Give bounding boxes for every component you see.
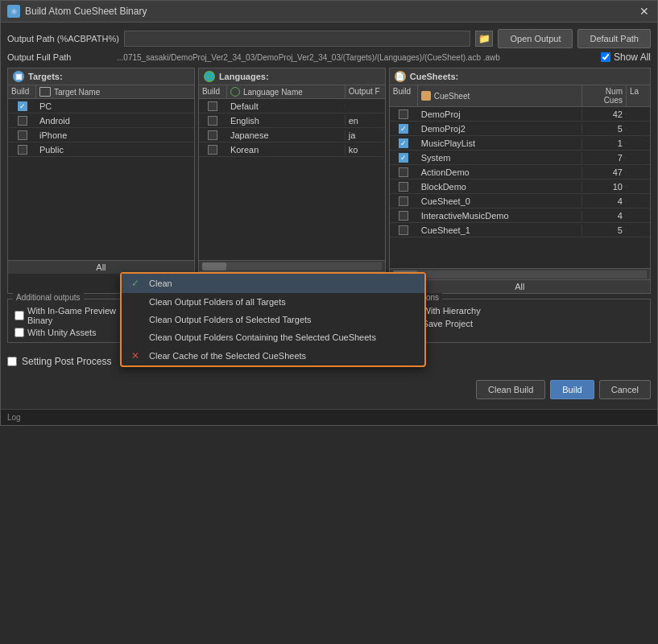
lang-build-checkbox-2[interactable]	[208, 130, 217, 140]
languages-icon: 🌐	[204, 71, 215, 82]
setting-post-process-checkbox[interactable]	[7, 357, 17, 366]
target-build-checkbox-1[interactable]	[18, 116, 27, 126]
cuesheets-table-body: DemoProj 42 DemoProj2 5 MusicPlayList 1	[390, 107, 650, 268]
output-full-path-row: Output Full Path ...0715_sasaki/DemoProj…	[7, 52, 651, 63]
action-buttons-row: ✓ Clean Clean Output Folders of all Targ…	[7, 377, 651, 402]
table-row: Default	[199, 99, 385, 114]
cue-build-checkbox-2[interactable]	[399, 138, 408, 148]
targets-col-name: Target Name	[36, 85, 194, 98]
cue-la-4	[626, 171, 650, 173]
cue-build-checkbox-5[interactable]	[399, 182, 408, 192]
lang-build-checkbox-1[interactable]	[208, 116, 217, 126]
tables-container: ▣ Targets: Build Target Name PC	[7, 68, 651, 294]
target-build-checkbox-2[interactable]	[18, 130, 27, 140]
dropdown-label-3: Clean Output Folders Containing the Sele…	[149, 332, 376, 342]
targets-title: Targets:	[28, 72, 63, 81]
table-row: CueSheet_1 5	[390, 223, 650, 237]
setting-post-process-label: Setting Post Process	[22, 356, 111, 367]
cue-build-checkbox-0[interactable]	[399, 109, 408, 119]
target-build-checkbox-0[interactable]	[18, 101, 27, 111]
cue-name-3: System	[418, 152, 581, 163]
lang-build-checkbox-0[interactable]	[208, 101, 217, 111]
cue-num-cues-5: 10	[581, 181, 626, 192]
lang-name-2: Japanese	[227, 130, 345, 141]
languages-title: Languages:	[219, 72, 269, 81]
show-all-label: Show All	[614, 52, 651, 63]
cue-la-1	[626, 128, 650, 130]
additional-checkbox-3[interactable]	[14, 328, 24, 337]
cue-build-checkbox-8[interactable]	[399, 225, 408, 235]
output-path-input[interactable]	[124, 31, 470, 47]
lang-build-checkbox-3[interactable]	[208, 145, 217, 155]
title-bar-left: ⚛ Build Atom CueSheet Binary	[7, 5, 147, 18]
cue-build-checkbox-7[interactable]	[399, 211, 408, 221]
table-row: iPhone	[8, 128, 194, 142]
cue-la-3	[626, 157, 650, 159]
cue-build-checkbox-6[interactable]	[399, 196, 408, 206]
table-row: DemoProj2 5	[390, 122, 650, 136]
cue-build-checkbox-1[interactable]	[399, 124, 408, 134]
cue-num-cues-4: 47	[581, 167, 626, 178]
cue-la-2	[626, 142, 650, 144]
additional-checkbox-0[interactable]	[14, 311, 24, 320]
with-hierarchy-label: With Hierarchy	[423, 306, 481, 316]
default-path-button[interactable]: Default Path	[577, 29, 651, 48]
close-button[interactable]: ✕	[638, 5, 651, 18]
dropdown-menu: ✓ Clean Clean Output Folders of all Targ…	[120, 272, 426, 367]
dropdown-item-1[interactable]: Clean Output Folders of all Targets	[122, 293, 424, 311]
table-row: MusicPlayList 1	[390, 136, 650, 151]
cue-num-cues-1: 5	[581, 123, 626, 134]
clean-build-button[interactable]: Clean Build	[476, 380, 545, 399]
dropdown-item-3[interactable]: Clean Output Folders Containing the Sele…	[122, 328, 424, 346]
languages-h-scrollbar[interactable]	[202, 262, 382, 270]
languages-panel-header: 🌐 Languages:	[199, 68, 385, 85]
table-row: CueSheet_0 4	[390, 194, 650, 208]
targets-panel-header: ▣ Targets:	[8, 68, 194, 85]
dropdown-item-4[interactable]: ✕ Clear Cache of the Selected CueSheets	[122, 346, 424, 365]
cancel-button[interactable]: Cancel	[599, 380, 651, 399]
cuesheets-all-button[interactable]: All	[390, 279, 650, 293]
targets-col-headers: Build Target Name	[8, 85, 194, 99]
lang-output-0	[345, 105, 385, 107]
cue-num-cues-8: 5	[581, 225, 626, 236]
output-path-row: Output Path (%ACBPATH%) 📁 Open Output De…	[7, 29, 651, 48]
cue-name-8: CueSheet_1	[418, 225, 581, 236]
targets-table-body: PC Android iPhone Public	[8, 99, 194, 260]
options-box: Options With Hierarchy Save Project	[403, 299, 651, 343]
languages-col-name: Language Name	[227, 85, 345, 98]
target-name-1: Android	[36, 115, 194, 126]
dropdown-label-4: Clear Cache of the Selected CueSheets	[149, 351, 306, 361]
table-row: English en	[199, 114, 385, 128]
cue-la-0	[626, 114, 650, 115]
dropdown-label-0: Clean	[149, 279, 172, 288]
target-build-checkbox-3[interactable]	[18, 145, 27, 155]
log-label: Log	[7, 413, 21, 422]
cue-num-cues-0: 42	[581, 109, 626, 120]
output-path-label: Output Path (%ACBPATH%)	[7, 34, 119, 43]
app-icon: ⚛	[7, 5, 20, 18]
dropdown-item-2[interactable]: Clean Output Folders of Selected Targets	[122, 311, 424, 328]
dropdown-check-0: ✓	[131, 278, 143, 289]
cue-name-7: InteractiveMusicDemo	[418, 210, 581, 221]
cuesheets-icon: 📄	[395, 71, 406, 82]
cuesheets-col-build: Build	[390, 85, 418, 106]
open-output-button[interactable]: Open Output	[498, 29, 573, 48]
cuesheets-h-scrollbar[interactable]	[393, 270, 647, 279]
build-button[interactable]: Build	[550, 380, 594, 399]
dropdown-item-0[interactable]: ✓ Clean	[122, 274, 424, 293]
show-all-checkbox[interactable]	[601, 52, 610, 62]
cue-la-6	[626, 200, 650, 202]
output-full-path-value: ...0715_sasaki/DemoProj_Ver2_34_03/DemoP…	[117, 53, 596, 62]
lang-output-3: ko	[345, 144, 385, 155]
table-row: Android	[8, 114, 194, 128]
cue-build-checkbox-4[interactable]	[399, 167, 408, 177]
cue-name-2: MusicPlayList	[418, 138, 581, 149]
folder-button[interactable]: 📁	[475, 31, 493, 47]
cuesheets-title: CueSheets:	[410, 72, 459, 81]
cuesheets-col-headers: Build CueSheet Num Cues La	[390, 85, 650, 107]
cue-build-checkbox-3[interactable]	[399, 153, 408, 163]
option-save-project: Save Project	[410, 319, 644, 328]
window-title: Build Atom CueSheet Binary	[25, 6, 147, 17]
title-bar: ⚛ Build Atom CueSheet Binary ✕	[1, 1, 657, 23]
target-name-2: iPhone	[36, 130, 194, 141]
